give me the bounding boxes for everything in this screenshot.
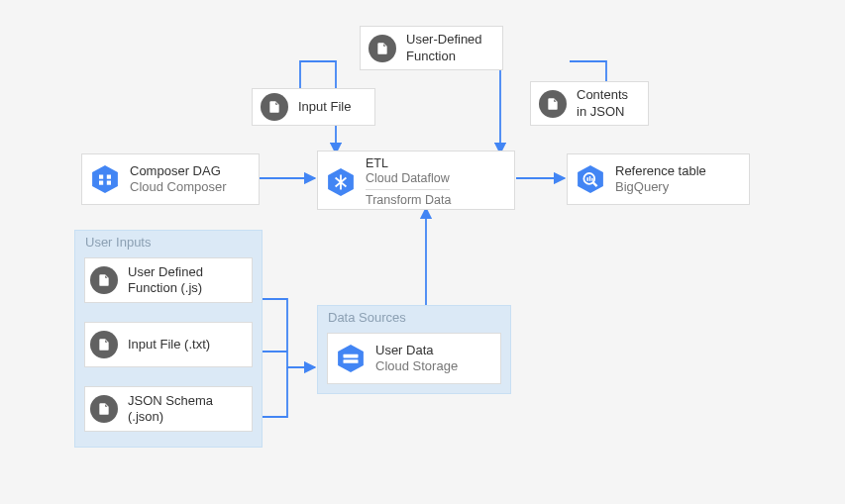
node-label: Reference table <box>615 163 706 178</box>
node-note: Transform Data <box>366 193 451 207</box>
node-sub: Cloud Composer <box>130 179 227 194</box>
panel-title: User Inputs <box>85 235 151 250</box>
bigquery-icon <box>576 164 605 194</box>
node-udf-js: User DefinedFunction (.js) <box>84 257 253 303</box>
node-label: ETL <box>366 156 388 170</box>
node-udf: User-DefinedFunction <box>360 26 503 70</box>
node-json-schema: JSON Schema(.json) <box>84 386 253 432</box>
cloud-storage-icon <box>336 344 366 373</box>
svg-rect-11 <box>591 178 593 181</box>
node-label: JSON Schema <box>128 393 213 408</box>
node-label: Input File <box>298 99 351 114</box>
file-icon <box>90 266 118 294</box>
node-user-data: User DataCloud Storage <box>327 333 501 384</box>
node-label: User Data <box>375 343 434 357</box>
svg-rect-3 <box>99 181 103 185</box>
svg-marker-0 <box>92 165 118 193</box>
svg-rect-1 <box>99 175 103 179</box>
node-label: Contents <box>577 87 628 102</box>
svg-rect-4 <box>107 181 111 185</box>
file-icon <box>539 90 567 118</box>
file-icon <box>369 35 396 62</box>
node-sub: Function <box>406 49 456 63</box>
node-contents-json: Contentsin JSON <box>530 81 649 126</box>
node-etl: ETL Cloud Dataflow Transform Data <box>317 151 515 210</box>
dataflow-icon <box>326 167 356 197</box>
svg-rect-2 <box>107 175 111 179</box>
node-sub: Function (.js) <box>128 280 202 295</box>
node-label: User Defined <box>128 264 203 279</box>
node-sub: in JSON <box>577 104 624 119</box>
file-icon <box>90 331 118 358</box>
svg-rect-14 <box>344 359 359 363</box>
node-label: Input File (.txt) <box>128 337 210 352</box>
arrow-userinputs-datasources <box>255 299 315 367</box>
svg-rect-13 <box>344 354 359 358</box>
file-icon <box>90 395 118 423</box>
node-input-txt: Input File (.txt) <box>84 322 253 367</box>
node-composer: Composer DAGCloud Composer <box>81 153 260 205</box>
node-sub: Cloud Dataflow <box>366 171 450 190</box>
node-input-file: Input File <box>252 88 375 126</box>
svg-rect-10 <box>589 176 591 181</box>
composer-icon <box>90 164 120 194</box>
node-label: Composer DAG <box>130 163 221 178</box>
node-sub: Cloud Storage <box>375 358 458 373</box>
node-reftable: Reference tableBigQuery <box>567 153 750 205</box>
panel-title: Data Sources <box>328 310 406 325</box>
svg-marker-12 <box>338 345 364 372</box>
node-sub: (.json) <box>128 409 163 424</box>
file-icon <box>261 93 288 121</box>
node-sub: BigQuery <box>615 179 669 194</box>
svg-rect-9 <box>586 177 588 181</box>
node-label: User-Defined <box>406 32 482 47</box>
